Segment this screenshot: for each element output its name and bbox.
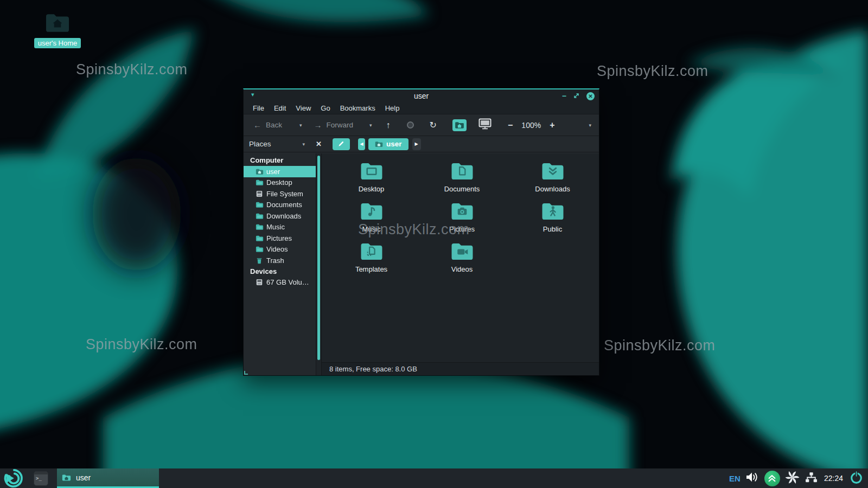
speaker-icon [745, 471, 760, 483]
sidebar-item-label: Trash [266, 256, 284, 265]
folder-icon [256, 246, 264, 253]
chevron-right-icon: ▶ [414, 142, 418, 146]
forward-dropdown[interactable]: ▾ [369, 123, 372, 128]
toolbar-overflow-chevron[interactable]: ▾ [589, 123, 591, 128]
back-button[interactable]: ← Back [253, 120, 282, 130]
folder-icon [256, 223, 264, 230]
folder-pictures-icon [450, 201, 475, 223]
updates-available-button[interactable] [764, 471, 780, 486]
power-button[interactable] [849, 470, 864, 487]
file-view[interactable]: DesktopDocumentsDownloadsMusicPicturesPu… [322, 153, 599, 362]
home-folder-icon [44, 12, 71, 36]
back-dropdown[interactable]: ▾ [299, 123, 302, 128]
desktop-view-button[interactable] [478, 118, 492, 132]
scrollbar-thumb[interactable] [317, 156, 320, 360]
folder-videos-icon [450, 241, 475, 264]
sidebar-item-user[interactable]: user [244, 166, 316, 177]
file-item-documents[interactable]: Documents [417, 159, 507, 199]
file-item-videos[interactable]: Videos [417, 239, 507, 279]
taskbar: >_ user EN [0, 468, 868, 488]
folder-templates-icon [359, 241, 384, 264]
stop-button[interactable] [407, 121, 414, 129]
reload-button[interactable]: ↻ [430, 120, 437, 130]
volume-button[interactable] [745, 471, 760, 485]
zoom-out-button[interactable]: − [508, 120, 513, 130]
status-text: 8 items, Free space: 8.0 GB [329, 365, 417, 373]
sidebar-item-67-gb-volu[interactable]: 67 GB Volu… [244, 277, 316, 288]
watermark-top-right: SpinsbyKilz.com [597, 63, 709, 80]
menu-go[interactable]: Go [316, 104, 335, 112]
file-item-label: Documents [444, 185, 480, 193]
desktop: SpinsbyKilz.com SpinsbyKilz.com SpinsbyK… [0, 0, 868, 488]
monitor-icon [478, 118, 492, 130]
file-item-label: Videos [451, 265, 473, 273]
file-item-downloads[interactable]: Downloads [507, 159, 598, 199]
menu-edit[interactable]: Edit [269, 104, 291, 112]
file-item-label: Templates [355, 265, 387, 273]
sidebar-item-file-system[interactable]: File System [244, 188, 316, 200]
menu-view[interactable]: View [291, 104, 316, 112]
window-title: user [244, 92, 599, 100]
sidebar-scrollbar[interactable] [316, 153, 321, 375]
zoom-in-button[interactable]: + [550, 120, 554, 130]
places-selector[interactable]: Places [249, 140, 271, 148]
close-button[interactable]: ✕ [586, 92, 595, 100]
home-button[interactable] [452, 119, 467, 131]
keyboard-layout-indicator[interactable]: EN [729, 474, 741, 483]
sidebar-item-label: user [266, 168, 280, 176]
pencil-icon [337, 140, 344, 147]
crumb-scroll-left[interactable]: ◀ [358, 138, 365, 150]
window-menu-chevron-icon[interactable]: ▾ [251, 91, 254, 98]
pinwheel-tray-button[interactable] [785, 470, 800, 487]
close-sidebar-button[interactable]: ✕ [316, 140, 322, 148]
minimize-button[interactable]: − [562, 93, 566, 99]
sidebar-item-label: Desktop [266, 178, 292, 187]
sidebar-list: ComputeruserDesktopFile SystemDocumentsD… [244, 153, 316, 375]
folder-icon [256, 179, 264, 186]
file-item-label: Public [543, 225, 562, 233]
menubar: File Edit View Go Bookmarks Help [244, 102, 599, 114]
sidebar-item-pictures[interactable]: Pictures [244, 233, 316, 244]
home-folder-icon [455, 121, 464, 129]
forward-button[interactable]: → Forward [314, 120, 354, 130]
start-menu-button[interactable] [0, 468, 26, 488]
sidebar-item-label: Videos [266, 245, 288, 253]
file-item-desktop[interactable]: Desktop [326, 159, 417, 199]
crumb-scroll-right[interactable]: ▶ [412, 138, 421, 150]
edit-path-button[interactable] [333, 138, 350, 150]
watermark-bottom-right: SpinsbyKilz.com [604, 337, 716, 354]
file-item-templates[interactable]: Templates [326, 239, 417, 279]
menu-bookmarks[interactable]: Bookmarks [335, 104, 380, 112]
terminal-launcher[interactable]: >_ [34, 471, 48, 486]
menu-help[interactable]: Help [380, 104, 405, 112]
menu-file[interactable]: File [248, 104, 269, 112]
maximize-button[interactable] [573, 91, 579, 101]
drive-icon [256, 279, 264, 286]
sidebar-item-music[interactable]: Music [244, 222, 316, 233]
sidebar-item-label: 67 GB Volu… [266, 278, 309, 286]
sidebar-item-trash[interactable]: Trash [244, 255, 316, 266]
sidebar-item-desktop[interactable]: Desktop [244, 177, 316, 189]
sidebar-item-downloads[interactable]: Downloads [244, 210, 316, 222]
trash-icon [256, 257, 264, 264]
sidebar-item-documents[interactable]: Documents [244, 200, 316, 211]
network-tray-button[interactable] [805, 472, 818, 485]
desktop-icon-users-home[interactable]: user's Home [31, 12, 84, 48]
sidebar-item-label: Music [266, 223, 285, 231]
watermark-bottom-left: SpinsbyKilz.com [86, 336, 197, 353]
terminal-icon: >_ [34, 474, 48, 485]
clock[interactable]: 22:24 [824, 474, 843, 483]
sidebar-item-label: Documents [266, 201, 302, 209]
places-dropdown-chevron[interactable]: ▾ [303, 142, 305, 147]
file-item-public[interactable]: Public [507, 199, 598, 239]
taskbar-task-user[interactable]: user [57, 468, 159, 488]
sidebar-item-label: Pictures [266, 234, 292, 242]
titlebar[interactable]: ▾ user − ✕ [244, 89, 599, 102]
distro-logo-icon [3, 468, 23, 488]
breadcrumb-user[interactable]: user [368, 138, 409, 150]
forward-arrow-icon: → [314, 120, 322, 130]
sidebar-item-label: Downloads [266, 212, 301, 220]
up-button[interactable]: ↑ [386, 120, 391, 130]
sidebar-item-videos[interactable]: Videos [244, 244, 316, 255]
resize-grip[interactable] [244, 371, 248, 375]
